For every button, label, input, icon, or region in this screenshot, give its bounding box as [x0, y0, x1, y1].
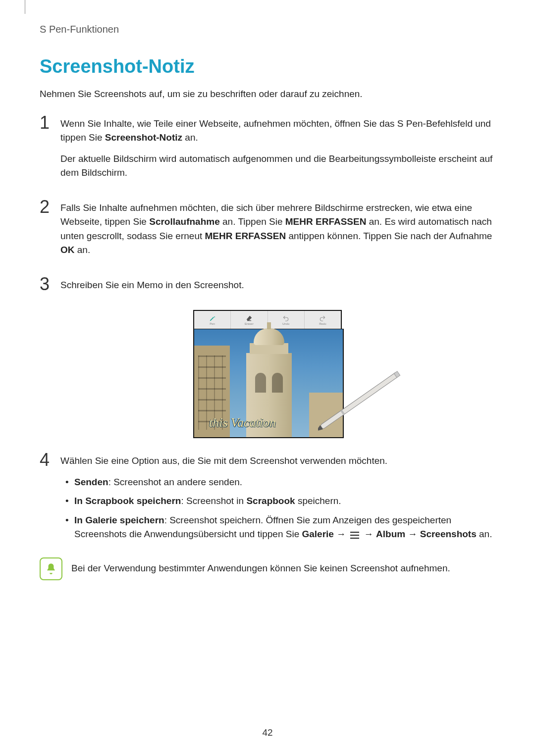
- screenshot-figure: Pen Eraser Undo Redo: [193, 310, 342, 438]
- bold-text: MEHR ERFASSEN: [285, 216, 367, 227]
- text: : Screenshot in: [181, 496, 246, 506]
- step-4-p: Wählen Sie eine Option aus, die Sie mit …: [60, 454, 495, 468]
- page-content: S Pen-Funktionen Screenshot-Notiz Nehmen…: [0, 0, 535, 580]
- step-number-4: 4: [40, 451, 60, 469]
- step-number-2: 2: [40, 198, 60, 216]
- svg-rect-0: [320, 372, 399, 429]
- screenshot-photo: this Vacation: [193, 329, 344, 438]
- tool-undo-label: Undo: [282, 322, 289, 325]
- option-send: Senden: Screenshot an andere senden.: [60, 475, 495, 490]
- bell-icon: [45, 562, 57, 575]
- note-bell-icon: [40, 557, 62, 580]
- step-number-3: 3: [40, 275, 60, 293]
- eraser-icon: [246, 315, 253, 322]
- step-3-p: Schreiben Sie ein Memo in den Screenshot…: [60, 278, 244, 293]
- dome-shape: [254, 328, 284, 345]
- step-4: 4 Wählen Sie eine Option aus, die Sie mi…: [40, 451, 495, 547]
- text: an.: [182, 132, 198, 143]
- tool-redo-label: Redo: [319, 322, 326, 325]
- bold-text: In Scrapbook speichern: [74, 496, 181, 506]
- text: speichern.: [295, 496, 341, 506]
- bold-text: Galerie: [302, 529, 333, 539]
- section-label: S Pen-Funktionen: [40, 24, 495, 35]
- bold-text: Album: [376, 529, 405, 539]
- hamburger-menu-icon: [350, 531, 360, 539]
- tool-pen-label: Pen: [210, 322, 215, 325]
- step-2: 2 Falls Sie Inhalte aufnehmen möchten, d…: [40, 198, 495, 264]
- text: →: [334, 529, 349, 539]
- text: an. Tippen Sie: [220, 216, 285, 227]
- step-1-p1: Wenn Sie Inhalte, wie Teile einer Websei…: [60, 117, 495, 145]
- step-3-body: Schreiben Sie ein Memo in den Screenshot…: [60, 275, 244, 300]
- page-title: Screenshot-Notiz: [40, 56, 495, 77]
- note-box: Bei der Verwendung bestimmter Anwendunge…: [40, 557, 495, 580]
- step-1: 1 Wenn Sie Inhalte, wie Teile einer Webs…: [40, 114, 495, 187]
- bold-text: Senden: [74, 477, 108, 487]
- bold-text: Screenshot-Notiz: [105, 132, 182, 143]
- stylus-pen-icon: [318, 365, 407, 434]
- figure-container: Pen Eraser Undo Redo: [40, 310, 495, 438]
- step-number-1: 1: [40, 114, 60, 132]
- bold-text: Scrollaufnahme: [149, 216, 220, 227]
- undo-icon: [282, 315, 289, 322]
- tool-redo: Redo: [305, 311, 341, 329]
- page-crop-mark: [25, 0, 25, 14]
- step-1-body: Wenn Sie Inhalte, wie Teile einer Websei…: [60, 114, 495, 187]
- text: →: [361, 529, 376, 539]
- bold-text: Screenshots: [420, 529, 477, 539]
- step-4-body: Wählen Sie eine Option aus, die Sie mit …: [60, 451, 495, 547]
- bold-text: MEHR ERFASSEN: [205, 231, 286, 241]
- bold-text: OK: [60, 245, 75, 255]
- pen-icon: [209, 315, 216, 322]
- step-1-p2: Der aktuelle Bildschirm wird automatisch…: [60, 152, 495, 180]
- tool-eraser-label: Eraser: [245, 322, 254, 325]
- bold-text: In Galerie speichern: [74, 515, 164, 525]
- tool-eraser: Eraser: [231, 311, 268, 329]
- bold-text: Scrapbook: [246, 496, 295, 506]
- text: : Screenshot an andere senden.: [108, 477, 242, 487]
- option-gallery: In Galerie speichern: Screenshot speiche…: [60, 513, 495, 542]
- options-list: Senden: Screenshot an andere senden. In …: [60, 475, 495, 542]
- text: antippen können. Tippen Sie nach der Auf…: [286, 231, 492, 241]
- handwriting-text: this Vacation: [209, 415, 276, 430]
- text: an.: [477, 529, 492, 539]
- text: →: [405, 529, 420, 539]
- tool-undo: Undo: [268, 311, 305, 329]
- step-3: 3 Schreiben Sie ein Memo in den Screensh…: [40, 275, 495, 300]
- text: an.: [75, 245, 91, 255]
- note-text: Bei der Verwendung bestimmter Anwendunge…: [71, 557, 450, 576]
- page-number: 42: [0, 727, 535, 738]
- redo-icon: [319, 315, 326, 322]
- step-2-p: Falls Sie Inhalte aufnehmen möchten, die…: [60, 201, 495, 257]
- tool-pen: Pen: [194, 311, 231, 329]
- option-scrapbook: In Scrapbook speichern: Screenshot in Sc…: [60, 494, 495, 508]
- step-2-body: Falls Sie Inhalte aufnehmen möchten, die…: [60, 198, 495, 264]
- intro-paragraph: Nehmen Sie Screenshots auf, um sie zu be…: [40, 87, 495, 101]
